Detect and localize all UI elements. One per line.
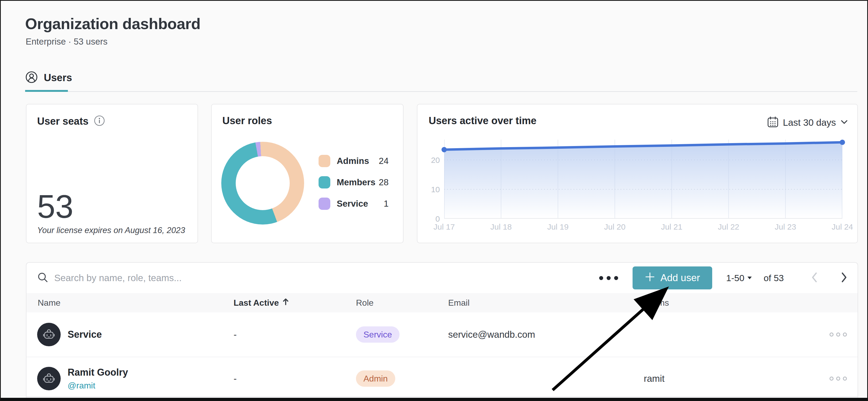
column-header-role[interactable]: Role xyxy=(356,293,374,312)
x-axis-tick-label: Jul 17 xyxy=(433,223,455,231)
user-name: Ramit Goolry xyxy=(68,367,128,378)
column-header-name[interactable]: Name xyxy=(38,293,60,312)
x-axis-tick-label: Jul 22 xyxy=(718,223,739,231)
page-total-label: of 53 xyxy=(764,273,784,283)
x-axis-tick-label: Jul 20 xyxy=(604,223,626,231)
search-icon xyxy=(37,272,49,284)
plus-icon xyxy=(645,272,655,284)
user-roles-card: User roles Admins 24 Members 28 Service … xyxy=(211,104,404,243)
user-handle-link[interactable]: @ramit xyxy=(68,381,128,391)
tab-users[interactable]: Users xyxy=(25,71,72,85)
legend-item-members: Members 28 xyxy=(318,172,389,193)
line-chart-x-axis: Jul 17Jul 18Jul 19Jul 20Jul 21Jul 22Jul … xyxy=(444,223,842,233)
user-seats-title: User seats xyxy=(37,115,89,127)
tabbar-divider xyxy=(25,91,857,92)
users-active-title: Users active over time xyxy=(429,115,536,127)
users-active-line-chart xyxy=(444,140,842,219)
add-user-button[interactable]: Add user xyxy=(632,266,712,290)
column-header-teams[interactable]: Teams xyxy=(644,293,669,312)
donut-hole xyxy=(236,156,290,210)
role-badge-admin: Admin xyxy=(356,371,395,387)
page-title: Organization dashboard xyxy=(25,15,200,33)
y-axis-tick-label: 10 xyxy=(420,185,440,194)
organization-dashboard-page: Organization dashboard Enterprise · 53 u… xyxy=(0,0,868,401)
table-row[interactable]: Ramit Goolry @ramit - Admin ramit xyxy=(27,357,858,399)
previous-page-button[interactable] xyxy=(810,271,818,285)
user-name: Service xyxy=(68,329,102,340)
add-user-label: Add user xyxy=(660,272,700,283)
y-axis-tick-label: 20 xyxy=(420,156,440,165)
email-cell: service@wandb.com xyxy=(448,329,535,340)
next-page-button[interactable] xyxy=(840,271,848,285)
caret-down-icon xyxy=(747,276,752,279)
admins-label: Admins xyxy=(337,156,369,166)
service-swatch xyxy=(318,198,330,210)
page-range-value: 1-50 xyxy=(726,273,744,283)
column-header-email[interactable]: Email xyxy=(448,293,469,312)
users-table-panel: Add user 1-50 of 53 Name Last Active xyxy=(26,262,858,399)
admins-swatch xyxy=(318,155,330,167)
users-active-card: Users active over time Last 30 days xyxy=(417,104,858,243)
x-axis-tick-label: Jul 23 xyxy=(775,223,796,231)
page-range-selector[interactable]: 1-50 xyxy=(726,273,752,283)
user-roles-donut-chart xyxy=(221,142,304,225)
x-axis-tick-label: Jul 19 xyxy=(547,223,569,231)
legend-item-admins: Admins 24 xyxy=(318,150,389,172)
date-range-selector[interactable]: Last 30 days xyxy=(767,116,848,129)
x-axis-tick-label: Jul 24 xyxy=(832,223,853,231)
calendar-icon xyxy=(767,116,779,129)
teams-cell: ramit xyxy=(644,373,664,384)
search-input[interactable] xyxy=(54,273,591,283)
last-active-cell: - xyxy=(234,329,237,340)
window-bottom-edge xyxy=(1,398,867,400)
sort-ascending-icon xyxy=(282,297,289,308)
user-circle-icon xyxy=(25,71,38,85)
table-overflow-menu-icon[interactable] xyxy=(599,276,618,280)
table-toolbar: Add user 1-50 of 53 xyxy=(27,263,858,293)
date-range-label: Last 30 days xyxy=(783,117,836,128)
members-label: Members xyxy=(337,177,375,188)
role-badge-service: Service xyxy=(356,327,400,343)
last-active-cell: - xyxy=(234,373,237,384)
seat-count-value: 53 xyxy=(37,190,73,223)
service-label: Service xyxy=(337,199,368,209)
x-axis-tick-label: Jul 18 xyxy=(490,223,512,231)
avatar xyxy=(37,323,61,346)
members-swatch xyxy=(318,176,330,189)
line-chart-y-axis: 01020 xyxy=(420,140,440,219)
members-value: 28 xyxy=(379,177,389,188)
table-row[interactable]: Service - Service service@wandb.com xyxy=(27,312,858,357)
last-active-label: Last Active xyxy=(234,298,279,308)
tab-users-label: Users xyxy=(44,72,72,83)
donut-legend: Admins 24 Members 28 Service 1 xyxy=(318,150,389,214)
row-overflow-menu-icon[interactable] xyxy=(830,377,847,381)
admins-value: 24 xyxy=(379,156,389,166)
table-header-row: Name Last Active Role Email Teams xyxy=(27,293,858,312)
chevron-down-icon xyxy=(840,119,848,126)
column-header-last-active[interactable]: Last Active xyxy=(234,293,289,312)
service-value: 1 xyxy=(384,199,389,209)
y-axis-tick-label: 0 xyxy=(420,214,440,224)
legend-item-service: Service 1 xyxy=(318,193,389,214)
avatar xyxy=(37,367,61,390)
row-overflow-menu-icon[interactable] xyxy=(830,333,847,337)
info-icon[interactable] xyxy=(94,115,105,127)
user-roles-title: User roles xyxy=(222,115,272,127)
page-subtitle: Enterprise · 53 users xyxy=(26,37,107,47)
license-expiry-note: Your license expires on August 16, 2023 xyxy=(37,226,185,235)
user-seats-card: User seats 53 Your license expires on Au… xyxy=(26,104,198,243)
active-tab-underline xyxy=(25,90,68,92)
x-axis-tick-label: Jul 21 xyxy=(661,223,682,231)
